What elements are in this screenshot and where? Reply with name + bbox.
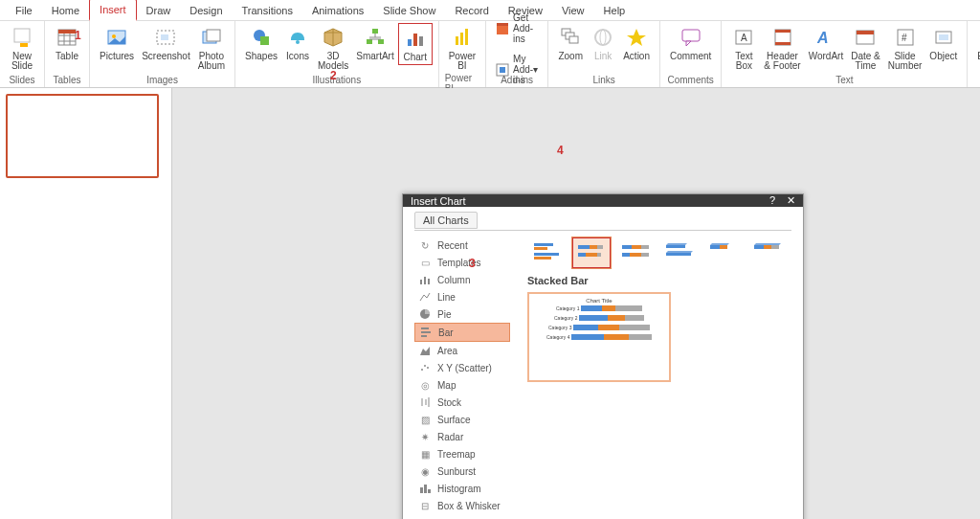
chart-button[interactable]: Chart	[398, 23, 433, 65]
icons-button[interactable]: Icons	[281, 23, 314, 63]
group-images-label: Images	[146, 75, 178, 85]
cat-scatter[interactable]: X Y (Scatter)	[414, 359, 510, 376]
cat-bar[interactable]: Bar	[414, 323, 510, 342]
equation-button[interactable]: π Equation	[973, 23, 980, 63]
dialog-help-button[interactable]: ?	[769, 194, 775, 207]
tab-animations[interactable]: Animations	[302, 1, 373, 20]
svg-rect-79	[428, 489, 431, 493]
stock-icon	[418, 395, 432, 409]
zoom-button[interactable]: Zoom	[554, 23, 587, 63]
svg-rect-11	[161, 34, 168, 40]
cat-histogram[interactable]: Histogram	[414, 480, 510, 497]
shapes-label: Shapes	[245, 52, 278, 61]
tab-help[interactable]: Help	[594, 1, 635, 20]
cat-stock[interactable]: Stock	[414, 394, 510, 411]
photo-album-icon	[199, 25, 224, 50]
svg-rect-102	[666, 245, 685, 248]
tab-view[interactable]: View	[552, 1, 594, 20]
shapes-button[interactable]: Shapes	[241, 23, 281, 63]
subtype-3d-100-stacked-bar[interactable]	[747, 237, 788, 269]
tab-record[interactable]: Record	[445, 1, 498, 20]
screenshot-button[interactable]: Screenshot	[138, 23, 194, 63]
tab-draw[interactable]: Draw	[137, 1, 181, 20]
cat-templates[interactable]: ▭Templates	[414, 254, 510, 271]
svg-rect-104	[666, 253, 691, 256]
pictures-icon	[104, 25, 129, 50]
get-addins-label: Get Add-ins	[513, 12, 538, 44]
tab-design[interactable]: Design	[180, 1, 232, 20]
new-slide-button[interactable]: New Slide	[6, 23, 38, 73]
column-icon	[418, 273, 432, 286]
svg-rect-7	[58, 30, 76, 34]
cat-bar-label: Bar	[438, 327, 454, 338]
cat-surface-label: Surface	[437, 415, 470, 425]
preview-chart-title: Chart Title	[586, 298, 612, 304]
cat-area[interactable]: Area	[414, 342, 510, 359]
svg-point-73	[427, 367, 429, 369]
svg-rect-85	[534, 243, 553, 246]
group-illustrations: Shapes Icons 3D Models SmartArt Chart	[235, 21, 439, 87]
cat-boxwhisker[interactable]: ⊟Box & Whisker	[414, 497, 510, 514]
date-time-button[interactable]: Date & Time	[847, 23, 884, 73]
dialog-close-button[interactable]: ✕	[787, 194, 795, 207]
pictures-label: Pictures	[100, 52, 134, 61]
dialog-tab-allcharts[interactable]: All Charts	[414, 212, 478, 229]
svg-point-39	[595, 30, 611, 45]
tab-file[interactable]: File	[6, 1, 42, 20]
svg-rect-98	[622, 253, 630, 257]
subtype-3d-stacked-bar[interactable]	[703, 237, 744, 269]
cat-surface[interactable]: ▨Surface	[414, 411, 510, 428]
cat-recent[interactable]: ↻Recent	[414, 237, 510, 254]
cat-map[interactable]: ◎Map	[414, 376, 510, 394]
text-box-button[interactable]: A Text Box	[727, 23, 760, 73]
photo-album-button[interactable]: Photo Album	[194, 23, 229, 73]
power-bi-button[interactable]: Power BI	[445, 23, 479, 73]
3d-models-button[interactable]: 3D Models	[314, 23, 352, 73]
tab-slideshow[interactable]: Slide Show	[373, 1, 445, 20]
svg-rect-65	[428, 279, 430, 284]
subtype-100-stacked-bar[interactable]	[615, 237, 656, 269]
cat-column[interactable]: Column	[414, 271, 510, 288]
subtype-3d-clustered-bar[interactable]	[659, 237, 700, 269]
subtype-stacked-bar[interactable]	[571, 237, 612, 269]
slide-number-icon: #	[893, 25, 918, 50]
tab-transitions[interactable]: Transitions	[233, 1, 302, 20]
wordart-button[interactable]: A WordArt	[805, 23, 848, 63]
cat-radar[interactable]: ✷Radar	[414, 428, 510, 445]
object-button[interactable]: Object	[925, 23, 961, 63]
pictures-button[interactable]: Pictures	[96, 23, 138, 63]
workspace: 1 1 Insert Chart ? ✕ All Charts	[0, 88, 980, 519]
svg-rect-109	[764, 245, 771, 249]
date-time-label: Date & Time	[851, 52, 880, 71]
slide-thumbnail-1[interactable]	[6, 94, 159, 178]
comment-button[interactable]: Comment	[666, 23, 715, 63]
svg-rect-93	[586, 253, 597, 257]
svg-point-9	[112, 34, 116, 38]
cat-line[interactable]: Line	[414, 288, 510, 305]
photo-album-label: Photo Album	[198, 52, 225, 71]
svg-rect-32	[497, 26, 508, 34]
power-bi-label: Power BI	[449, 52, 476, 71]
preview-row: Category 4	[546, 334, 652, 340]
svg-rect-13	[207, 30, 220, 41]
cat-treemap[interactable]: ▦Treemap	[414, 445, 510, 463]
cat-sunburst[interactable]: ◉Sunburst	[414, 463, 510, 480]
smartart-button[interactable]: SmartArt	[352, 23, 397, 63]
svg-rect-26	[408, 39, 412, 46]
action-button[interactable]: Action	[619, 23, 654, 63]
link-button[interactable]: Link	[587, 23, 619, 63]
icons-icon	[285, 25, 310, 50]
tab-home[interactable]: Home	[42, 1, 89, 20]
cat-pie[interactable]: Pie	[414, 305, 510, 323]
chart-preview[interactable]: Chart Title Category 1 Category 2 Catego…	[527, 292, 671, 382]
header-footer-button[interactable]: Header & Footer	[760, 23, 804, 73]
cat-waterfall[interactable]: Waterfall	[414, 514, 510, 519]
tab-insert[interactable]: Insert	[89, 0, 137, 21]
slide-number-button[interactable]: # Slide Number	[884, 23, 926, 73]
preview-row: Category 3	[548, 325, 650, 330]
subtype-clustered-bar[interactable]	[527, 237, 568, 269]
svg-rect-55	[939, 34, 948, 40]
group-powerbi: Power BI Power BI	[439, 21, 486, 87]
surface-icon: ▨	[418, 413, 432, 426]
get-addins-button[interactable]: Get Add-ins	[492, 11, 542, 46]
